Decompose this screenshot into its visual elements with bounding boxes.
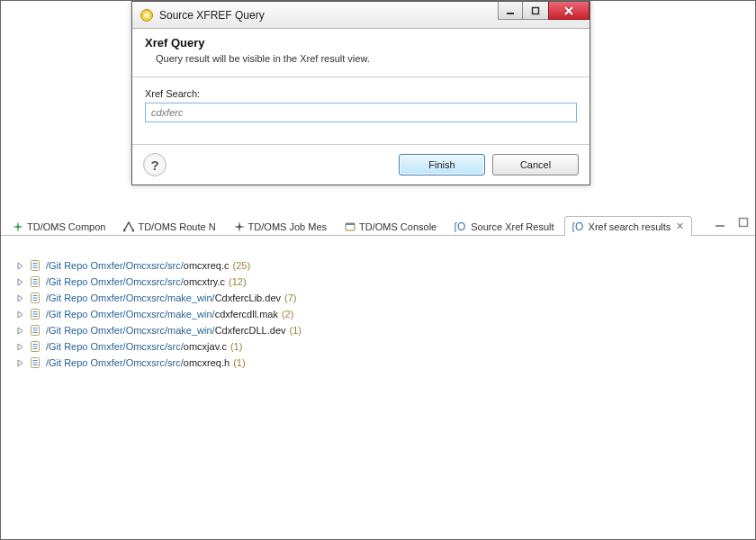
tab-label: TD/OMS Console — [359, 221, 436, 232]
expand-icon[interactable] — [15, 293, 24, 302]
result-filename: CdxfercLib.dev — [215, 292, 281, 303]
expand-icon[interactable] — [15, 358, 24, 367]
result-path: /Git Repo Omxfer/Omcxsrc/src/ — [46, 276, 184, 287]
tab-xref-search-results[interactable]: {O Xref search results ✕ — [564, 216, 693, 236]
result-path: /Git Repo Omxfer/Omcxsrc/src/ — [46, 260, 184, 271]
header-subtitle: Query result will be visible in the Xref… — [156, 53, 577, 64]
result-path: /Git Repo Omxfer/Omcxsrc/make_win/ — [46, 292, 215, 303]
svg-text:{O: {O — [454, 221, 465, 232]
brace-icon: {O — [454, 221, 467, 232]
svg-rect-3 — [533, 7, 539, 14]
xref-search-input[interactable] — [145, 103, 577, 122]
result-count: (1) — [233, 357, 245, 368]
result-row[interactable]: /Git Repo Omxfer/Omcxsrc/make_win/Cdxfer… — [15, 290, 746, 306]
dialog-titlebar[interactable]: Source XFREF Query — [132, 2, 590, 29]
result-row[interactable]: /Git Repo Omxfer/Omcxsrc/make_win/Cdxfer… — [15, 322, 746, 338]
header-title: Xref Query — [145, 36, 577, 50]
svg-rect-2 — [507, 13, 514, 14]
result-path: /Git Repo Omxfer/Omcxsrc/make_win/ — [46, 325, 215, 336]
result-row[interactable]: /Git Repo Omxfer/Omcxsrc/src/omcxjav.c(1… — [15, 338, 746, 355]
tab-label: Xref search results — [589, 221, 671, 232]
result-filename: omcxtry.c — [184, 276, 225, 287]
maximize-view-icon[interactable] — [737, 216, 750, 232]
route-icon — [123, 221, 134, 232]
result-count: (2) — [282, 309, 293, 320]
cancel-button[interactable]: Cancel — [492, 154, 579, 176]
svg-rect-10 — [716, 225, 724, 227]
result-row[interactable]: /Git Repo Omxfer/Omcxsrc/src/omcxtry.c(1… — [15, 274, 746, 290]
console-icon — [345, 221, 356, 232]
result-filename: omcxreq.c — [184, 260, 230, 271]
result-filename: cdxfercdll.mak — [215, 309, 278, 320]
result-filename: CdxfercDLL.dev — [215, 325, 286, 336]
result-row[interactable]: /Git Repo Omxfer/Omcxsrc/src/omcxreq.h(1… — [15, 355, 746, 371]
file-icon — [28, 356, 42, 370]
svg-point-1 — [144, 13, 149, 18]
tab-label: Source Xref Result — [471, 221, 554, 232]
search-label: Xref Search: — [145, 88, 577, 99]
dialog-body: Xref Search: — [132, 77, 590, 145]
file-icon — [28, 339, 42, 354]
result-count: (12) — [229, 276, 247, 287]
tab-tdoms-compon[interactable]: TD/OMS Compon — [4, 216, 113, 236]
view-tabstrip: TD/OMS Compon TD/OMS Route N TD/OMS Job … — [1, 214, 755, 236]
result-row[interactable]: /Git Repo Omxfer/Omcxsrc/make_win/cdxfer… — [15, 306, 746, 322]
sparkle-icon — [234, 221, 245, 232]
tab-label: TD/OMS Job Mes — [248, 221, 327, 232]
expand-icon[interactable] — [15, 326, 24, 335]
file-icon — [28, 274, 42, 289]
tab-label: TD/OMS Route N — [138, 221, 215, 232]
expand-icon[interactable] — [15, 310, 24, 319]
dialog-footer: ? Finish Cancel — [132, 145, 590, 184]
view-controls — [714, 214, 750, 234]
expand-icon[interactable] — [15, 342, 24, 351]
result-count: (1) — [290, 325, 302, 336]
dialog-header: Xref Query Query result will be visible … — [132, 29, 590, 77]
app-icon — [140, 8, 154, 22]
finish-button[interactable]: Finish — [399, 154, 485, 176]
result-filename: omcxreq.h — [184, 357, 230, 368]
dialog-title: Source XFREF Query — [159, 9, 265, 22]
result-path: /Git Repo Omxfer/Omcxsrc/src/ — [46, 357, 184, 368]
file-icon — [28, 323, 42, 338]
result-count: (7) — [284, 292, 296, 303]
file-icon — [28, 307, 42, 321]
xref-query-dialog: Source XFREF Query Xref Query Query resu… — [131, 1, 590, 185]
file-icon — [28, 291, 42, 305]
brace-icon: {O — [572, 221, 585, 232]
minimize-view-icon[interactable] — [714, 216, 726, 232]
help-button[interactable]: ? — [143, 153, 166, 176]
search-results-tree[interactable]: /Git Repo Omxfer/Omcxsrc/src/omcxreq.c(2… — [1, 236, 755, 539]
sparkle-icon — [13, 221, 23, 232]
result-row[interactable]: /Git Repo Omxfer/Omcxsrc/src/omcxreq.c(2… — [15, 257, 746, 274]
tab-tdoms-job[interactable]: TD/OMS Job Mes — [226, 216, 335, 236]
maximize-button[interactable] — [522, 2, 549, 20]
result-path: /Git Repo Omxfer/Omcxsrc/make_win/ — [46, 309, 215, 320]
minimize-button[interactable] — [498, 2, 523, 20]
result-path: /Git Repo Omxfer/Omcxsrc/src/ — [46, 341, 184, 352]
svg-rect-7 — [346, 223, 355, 225]
tab-source-xref[interactable]: {O Source Xref Result — [446, 216, 562, 236]
close-button[interactable] — [548, 2, 590, 20]
tab-tdoms-route[interactable]: TD/OMS Route N — [115, 216, 223, 236]
result-count: (25) — [233, 260, 251, 271]
tab-close-icon[interactable]: ✕ — [676, 220, 684, 232]
result-count: (1) — [230, 341, 242, 352]
file-icon — [28, 258, 42, 273]
result-filename: omcxjav.c — [184, 341, 227, 352]
tab-label: TD/OMS Compon — [27, 221, 105, 232]
svg-rect-11 — [740, 219, 748, 227]
tab-tdoms-console[interactable]: TD/OMS Console — [337, 216, 445, 236]
svg-text:{O: {O — [572, 221, 583, 232]
expand-icon[interactable] — [15, 277, 24, 286]
expand-icon[interactable] — [15, 261, 24, 270]
